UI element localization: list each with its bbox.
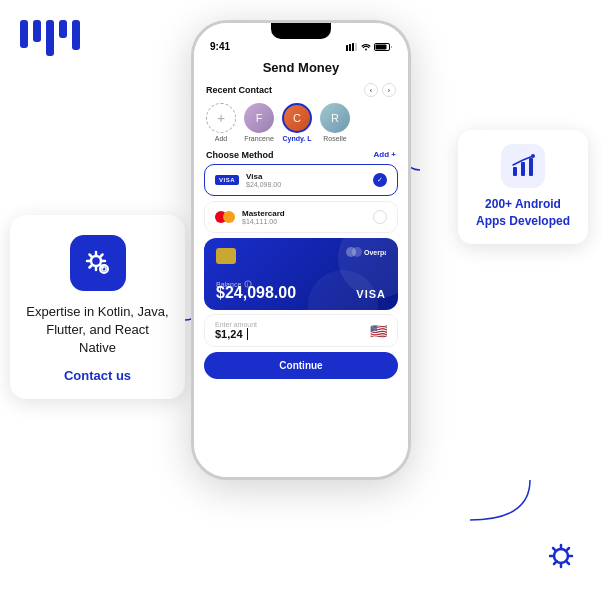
decorative-bars: [20, 20, 80, 56]
next-arrow[interactable]: ›: [382, 83, 396, 97]
svg-point-15: [352, 247, 362, 257]
bottom-gear-decoration: [542, 537, 580, 579]
gear-icon-container: [70, 235, 126, 291]
contact-cyndy[interactable]: C Cyndy. L: [282, 103, 312, 142]
svg-rect-7: [346, 45, 348, 51]
screen-title: Send Money: [194, 60, 408, 75]
francene-label: Francene: [244, 135, 274, 142]
cyndy-label: Cyndy. L: [282, 135, 311, 142]
nav-arrows[interactable]: ‹ ›: [364, 83, 396, 97]
choose-method-header: Choose Method Add +: [194, 148, 408, 164]
continue-button[interactable]: Continue: [204, 352, 398, 379]
deco-bar-4: [59, 20, 67, 38]
add-contact-label: Add: [215, 135, 227, 142]
app-screen: Send Money Recent Contact ‹ › + Add: [194, 54, 408, 477]
bank-card: Overpay. Balance i $24,098.00 VISA: [204, 238, 398, 310]
mastercard-info: Mastercard $14,111.00: [242, 209, 366, 225]
amount-input-section[interactable]: Enter amount $1,24 🇺🇸: [204, 314, 398, 347]
card-amount: $24,098.00: [216, 284, 296, 302]
cyndy-avatar[interactable]: C: [282, 103, 312, 133]
visa-info: Visa $24,098.00: [246, 172, 366, 188]
card-chip: [216, 248, 236, 264]
svg-point-11: [365, 48, 367, 50]
phone-notch: [271, 23, 331, 39]
contact-us-link[interactable]: Contact us: [64, 368, 131, 383]
svg-rect-4: [529, 158, 533, 176]
phone-mockup: 9:41 Send Money Recent Contact ‹ ›: [191, 20, 411, 480]
mastercard-radio[interactable]: [373, 210, 387, 224]
currency-flag: 🇺🇸: [370, 323, 387, 339]
svg-rect-9: [352, 43, 354, 51]
visa-option[interactable]: VISA Visa $24,098.00 ✓: [204, 164, 398, 196]
card-brand: VISA: [356, 288, 386, 300]
right-badge-count: 200+: [485, 197, 512, 211]
add-contact-button[interactable]: +: [206, 103, 236, 133]
svg-rect-8: [349, 44, 351, 51]
svg-point-0: [91, 256, 101, 266]
deco-bar-5: [72, 20, 80, 50]
mc-orange-circle: [223, 211, 235, 223]
mastercard-amount: $14,111.00: [242, 218, 366, 225]
visa-selected-icon: ✓: [373, 173, 387, 187]
cursor: [244, 328, 248, 340]
amount-text: $1,24: [215, 328, 243, 340]
screen-header: Send Money: [194, 54, 408, 79]
roselle-label: Roselle: [323, 135, 346, 142]
svg-text:Overpay.: Overpay.: [364, 249, 386, 257]
deco-bar-3: [46, 20, 54, 56]
contacts-row: + Add F Francene C Cyndy. L R: [194, 99, 408, 148]
svg-rect-13: [376, 44, 387, 49]
svg-rect-3: [521, 162, 525, 176]
phone-screen: 9:41 Send Money Recent Contact ‹ ›: [194, 23, 408, 477]
add-method-button[interactable]: Add +: [374, 150, 396, 160]
visa-name: Visa: [246, 172, 366, 181]
chart-icon-container: [501, 144, 545, 188]
roselle-avatar[interactable]: R: [320, 103, 350, 133]
status-time: 9:41: [210, 41, 230, 52]
deco-bar-2: [33, 20, 41, 42]
phone-frame: 9:41 Send Money Recent Contact ‹ ›: [191, 20, 411, 480]
contact-francene[interactable]: F Francene: [244, 103, 274, 142]
status-icons: [346, 43, 392, 51]
add-contact-item[interactable]: + Add: [206, 103, 236, 142]
mastercard-option[interactable]: Mastercard $14,111.00: [204, 201, 398, 233]
recent-contact-label: Recent Contact ‹ ›: [194, 79, 408, 99]
right-feature-badge: 200+ Android Apps Developed: [458, 130, 588, 244]
francene-avatar[interactable]: F: [244, 103, 274, 133]
visa-badge: VISA: [215, 175, 239, 185]
mastercard-badge: [215, 211, 235, 223]
deco-bar-1: [20, 20, 28, 48]
visa-amount: $24,098.00: [246, 181, 366, 188]
gear-settings-icon: [82, 247, 114, 279]
svg-rect-10: [355, 43, 357, 51]
svg-rect-2: [513, 167, 517, 176]
left-feature-card: Expertise in Kotlin, Java, Flutter, and …: [10, 215, 185, 399]
left-card-description: Expertise in Kotlin, Java, Flutter, and …: [26, 303, 169, 358]
card-network-logo: Overpay.: [346, 246, 386, 260]
choose-method-label: Choose Method: [206, 150, 274, 160]
svg-point-5: [531, 154, 535, 158]
contact-roselle[interactable]: R Roselle: [320, 103, 350, 142]
mastercard-name: Mastercard: [242, 209, 366, 218]
amount-value[interactable]: $1,24: [215, 328, 387, 340]
amount-label: Enter amount: [215, 321, 387, 328]
prev-arrow[interactable]: ‹: [364, 83, 378, 97]
right-badge-label: 200+ Android Apps Developed: [470, 196, 576, 230]
chart-bar-icon: [510, 153, 536, 179]
